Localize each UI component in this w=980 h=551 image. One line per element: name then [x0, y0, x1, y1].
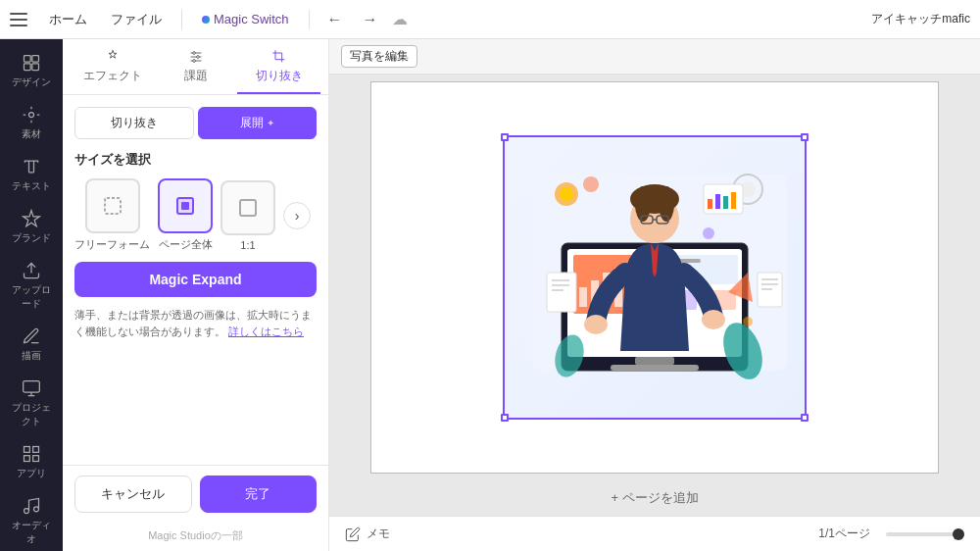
svg-point-51: [584, 315, 608, 334]
svg-rect-2: [24, 64, 31, 71]
svg-rect-8: [33, 447, 39, 453]
svg-point-66: [743, 317, 753, 326]
svg-point-4: [29, 113, 34, 118]
resize-handle-tl[interactable]: [501, 133, 509, 141]
canvas-area: 写真を編集: [329, 39, 980, 551]
canvas-main[interactable]: [329, 75, 980, 480]
cutout-button[interactable]: 切り抜き: [74, 107, 194, 139]
warning-link[interactable]: 詳しくはこちら: [228, 326, 304, 337]
svg-point-65: [703, 227, 714, 239]
svg-rect-7: [24, 447, 30, 453]
canvas-image-placeholder: [505, 137, 805, 418]
svg-rect-60: [708, 199, 712, 209]
svg-rect-28: [240, 200, 256, 216]
svg-rect-43: [611, 365, 699, 371]
resize-handle-br[interactable]: [801, 414, 808, 422]
svg-rect-61: [715, 194, 720, 209]
canvas-image-container[interactable]: [503, 135, 807, 420]
svg-point-12: [34, 507, 39, 512]
page-info: 1/1ページ: [818, 526, 870, 542]
svg-rect-24: [105, 198, 121, 214]
panel-footer: キャンセル 完了: [63, 465, 328, 523]
home-button[interactable]: ホーム: [41, 7, 95, 32]
size-options: フリーフォーム ページ全体 1:1 ›: [74, 178, 317, 252]
tab-adjust[interactable]: 課題: [154, 39, 237, 94]
cloud-save-icon: ☁: [392, 10, 408, 28]
sidebar-item-project[interactable]: プロジェクト: [4, 373, 59, 434]
zoom-track[interactable]: [886, 532, 964, 536]
ratio-1-1-box: [220, 180, 275, 235]
memo-icon: [345, 526, 361, 542]
panel-content: 切り抜き 展開 ✦ サイズを選択 フリーフォーム: [63, 95, 328, 465]
zoom-bar: [886, 532, 964, 536]
panel-tabs: エフェクト 課題 切り抜き: [63, 39, 328, 95]
icon-sidebar: デザイン 素材 テキスト ブランド アップロード 描画 プロジェ: [0, 39, 63, 551]
svg-rect-10: [33, 456, 39, 462]
crop-toggle: 切り抜き 展開 ✦: [74, 107, 317, 139]
svg-point-64: [583, 176, 599, 192]
svg-point-56: [560, 187, 573, 201]
freeform-box: [85, 178, 140, 233]
memo-area[interactable]: メモ: [345, 526, 390, 542]
undo-button[interactable]: ←: [321, 7, 349, 32]
illustration-svg: [513, 145, 797, 410]
canvas-toolbar: 写真を編集: [329, 39, 980, 75]
svg-rect-27: [181, 202, 189, 210]
svg-rect-42: [635, 357, 674, 365]
topbar: ホーム ファイル Magic Switch ← → ☁ アイキャッチmafic: [0, 0, 980, 39]
sidebar-item-draw[interactable]: 描画: [4, 321, 59, 369]
user-menu-button[interactable]: アイキャッチmafic: [871, 11, 970, 27]
svg-rect-62: [723, 196, 728, 209]
panel-sidebar: エフェクト 課題 切り抜き 切り抜き 展開 ✦ サイズを選択: [63, 39, 329, 551]
svg-rect-63: [731, 192, 736, 209]
svg-rect-33: [579, 287, 587, 307]
svg-point-11: [24, 509, 29, 514]
redo-button[interactable]: →: [357, 7, 384, 32]
size-option-freeform[interactable]: フリーフォーム: [74, 178, 150, 252]
svg-point-23: [192, 60, 195, 63]
sidebar-item-materials[interactable]: 素材: [4, 99, 59, 147]
expand-button[interactable]: 展開 ✦: [198, 107, 318, 139]
svg-rect-67: [547, 273, 576, 312]
topbar-separator: [181, 10, 182, 29]
svg-point-22: [196, 56, 199, 59]
svg-rect-0: [24, 56, 31, 63]
page-full-box: [158, 178, 213, 233]
sidebar-item-upload[interactable]: アップロード: [4, 255, 59, 317]
brand-footer: Magic Studioの一部: [63, 523, 328, 551]
magic-switch-dot: [202, 16, 210, 24]
svg-point-52: [702, 310, 725, 329]
svg-rect-6: [24, 381, 40, 393]
menu-icon[interactable]: [10, 8, 33, 31]
photo-edit-badge: 写真を編集: [341, 45, 417, 68]
size-next-button[interactable]: ›: [283, 202, 311, 229]
size-option-page[interactable]: ページ全体: [158, 178, 213, 252]
resize-handle-tr[interactable]: [801, 133, 808, 141]
add-page-button[interactable]: + ページを追加: [329, 480, 980, 516]
size-select-label: サイズを選択: [74, 151, 317, 169]
tab-effect[interactable]: エフェクト: [71, 39, 154, 94]
svg-rect-3: [32, 64, 39, 71]
tab-crop[interactable]: 切り抜き: [237, 39, 320, 94]
main-layout: デザイン 素材 テキスト ブランド アップロード 描画 プロジェ: [0, 39, 980, 551]
warning-text: 薄手、または背景が透過の画像は、拡大時にうまく機能しない場合があります。 詳しく…: [74, 307, 317, 339]
done-button[interactable]: 完了: [200, 476, 318, 513]
zoom-thumb[interactable]: [953, 528, 964, 540]
magic-expand-button[interactable]: Magic Expand: [74, 262, 317, 297]
svg-rect-1: [32, 56, 39, 63]
resize-handle-bl[interactable]: [501, 414, 509, 422]
magic-switch-button[interactable]: Magic Switch: [194, 8, 297, 30]
file-button[interactable]: ファイル: [103, 7, 170, 32]
svg-rect-9: [24, 456, 30, 462]
cancel-button[interactable]: キャンセル: [74, 476, 192, 513]
sidebar-item-app[interactable]: アプリ: [4, 438, 59, 486]
bottom-bar: メモ 1/1ページ: [329, 516, 980, 551]
svg-point-21: [192, 52, 195, 55]
sidebar-item-design[interactable]: デザイン: [4, 47, 59, 95]
size-option-1-1[interactable]: 1:1: [220, 180, 275, 251]
sidebar-item-text[interactable]: テキスト: [4, 151, 59, 199]
sidebar-item-audio[interactable]: オーディオ: [4, 490, 59, 551]
sidebar-item-brand[interactable]: ブランド: [4, 203, 59, 251]
canvas-page: [370, 81, 939, 474]
topbar-separator-2: [309, 10, 310, 29]
